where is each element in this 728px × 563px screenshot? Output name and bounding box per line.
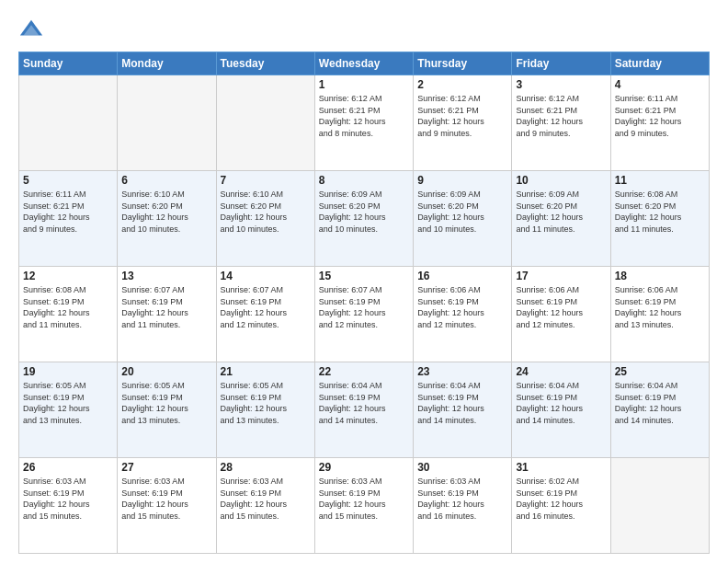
day-info: Sunrise: 6:04 AM Sunset: 6:19 PM Dayligh…: [319, 380, 409, 426]
day-number: 26: [23, 461, 113, 474]
calendar-day: 26Sunrise: 6:03 AM Sunset: 6:19 PM Dayli…: [19, 458, 118, 554]
calendar-day: 1Sunrise: 6:12 AM Sunset: 6:21 PM Daylig…: [314, 75, 413, 171]
calendar-day: 24Sunrise: 6:04 AM Sunset: 6:19 PM Dayli…: [512, 362, 610, 458]
calendar-week-5: 26Sunrise: 6:03 AM Sunset: 6:19 PM Dayli…: [19, 458, 710, 554]
calendar-day: [610, 458, 709, 554]
weekday-header-saturday: Saturday: [610, 52, 709, 75]
calendar-week-3: 12Sunrise: 6:08 AM Sunset: 6:19 PM Dayli…: [19, 267, 710, 362]
day-info: Sunrise: 6:12 AM Sunset: 6:21 PM Dayligh…: [417, 93, 507, 139]
calendar-day: 17Sunrise: 6:06 AM Sunset: 6:19 PM Dayli…: [512, 267, 610, 362]
calendar-day: 9Sunrise: 6:09 AM Sunset: 6:20 PM Daylig…: [414, 171, 512, 267]
calendar-day: [216, 75, 314, 171]
day-info: Sunrise: 6:06 AM Sunset: 6:19 PM Dayligh…: [417, 284, 507, 330]
weekday-header-wednesday: Wednesday: [314, 52, 413, 75]
weekday-header-monday: Monday: [118, 52, 216, 75]
calendar-day: 14Sunrise: 6:07 AM Sunset: 6:19 PM Dayli…: [216, 267, 314, 362]
day-number: 29: [319, 461, 409, 474]
calendar-week-2: 5Sunrise: 6:11 AM Sunset: 6:21 PM Daylig…: [19, 171, 710, 267]
day-number: 30: [417, 461, 507, 474]
calendar-day: 18Sunrise: 6:06 AM Sunset: 6:19 PM Dayli…: [610, 267, 709, 362]
calendar-day: 2Sunrise: 6:12 AM Sunset: 6:21 PM Daylig…: [414, 75, 512, 171]
day-info: Sunrise: 6:11 AM Sunset: 6:21 PM Dayligh…: [615, 93, 705, 139]
page-header: [18, 17, 710, 42]
day-info: Sunrise: 6:05 AM Sunset: 6:19 PM Dayligh…: [221, 380, 311, 426]
day-number: 19: [23, 365, 113, 378]
calendar-body: 1Sunrise: 6:12 AM Sunset: 6:21 PM Daylig…: [19, 75, 710, 554]
calendar-week-1: 1Sunrise: 6:12 AM Sunset: 6:21 PM Daylig…: [19, 75, 710, 171]
day-info: Sunrise: 6:07 AM Sunset: 6:19 PM Dayligh…: [221, 284, 311, 330]
calendar-day: 12Sunrise: 6:08 AM Sunset: 6:19 PM Dayli…: [19, 267, 118, 362]
day-number: 14: [221, 270, 311, 282]
calendar-day: 31Sunrise: 6:02 AM Sunset: 6:19 PM Dayli…: [512, 458, 610, 554]
day-info: Sunrise: 6:08 AM Sunset: 6:19 PM Dayligh…: [23, 284, 113, 330]
calendar-day: 20Sunrise: 6:05 AM Sunset: 6:19 PM Dayli…: [118, 362, 216, 458]
calendar-day: 10Sunrise: 6:09 AM Sunset: 6:20 PM Dayli…: [512, 171, 610, 267]
day-number: 22: [319, 365, 409, 378]
weekday-header-friday: Friday: [512, 52, 610, 75]
weekday-header-sunday: Sunday: [19, 52, 118, 75]
calendar-day: 29Sunrise: 6:03 AM Sunset: 6:19 PM Dayli…: [314, 458, 413, 554]
day-info: Sunrise: 6:12 AM Sunset: 6:21 PM Dayligh…: [516, 93, 606, 139]
calendar-day: 13Sunrise: 6:07 AM Sunset: 6:19 PM Dayli…: [118, 267, 216, 362]
day-number: 21: [221, 365, 311, 378]
calendar-day: 6Sunrise: 6:10 AM Sunset: 6:20 PM Daylig…: [118, 171, 216, 267]
day-info: Sunrise: 6:05 AM Sunset: 6:19 PM Dayligh…: [121, 380, 211, 426]
calendar-day: [19, 75, 118, 171]
calendar-day: 16Sunrise: 6:06 AM Sunset: 6:19 PM Dayli…: [414, 267, 512, 362]
day-number: 6: [121, 174, 211, 187]
day-number: 17: [516, 270, 606, 282]
calendar-day: 5Sunrise: 6:11 AM Sunset: 6:21 PM Daylig…: [19, 171, 118, 267]
day-number: 7: [221, 174, 311, 187]
day-info: Sunrise: 6:11 AM Sunset: 6:21 PM Dayligh…: [23, 189, 113, 235]
calendar-day: 11Sunrise: 6:08 AM Sunset: 6:20 PM Dayli…: [610, 171, 709, 267]
calendar-week-4: 19Sunrise: 6:05 AM Sunset: 6:19 PM Dayli…: [19, 362, 710, 458]
day-number: 18: [615, 270, 705, 282]
calendar-day: 4Sunrise: 6:11 AM Sunset: 6:21 PM Daylig…: [610, 75, 709, 171]
day-info: Sunrise: 6:03 AM Sunset: 6:19 PM Dayligh…: [221, 476, 311, 522]
calendar-day: 27Sunrise: 6:03 AM Sunset: 6:19 PM Dayli…: [118, 458, 216, 554]
day-info: Sunrise: 6:10 AM Sunset: 6:20 PM Dayligh…: [221, 189, 311, 235]
calendar: SundayMondayTuesdayWednesdayThursdayFrid…: [18, 52, 710, 554]
day-number: 28: [221, 461, 311, 474]
calendar-day: 28Sunrise: 6:03 AM Sunset: 6:19 PM Dayli…: [216, 458, 314, 554]
day-number: 20: [121, 365, 211, 378]
calendar-day: 30Sunrise: 6:03 AM Sunset: 6:19 PM Dayli…: [414, 458, 512, 554]
day-info: Sunrise: 6:03 AM Sunset: 6:19 PM Dayligh…: [23, 476, 113, 522]
day-info: Sunrise: 6:05 AM Sunset: 6:19 PM Dayligh…: [23, 380, 113, 426]
day-info: Sunrise: 6:03 AM Sunset: 6:19 PM Dayligh…: [121, 476, 211, 522]
day-number: 31: [516, 461, 606, 474]
day-info: Sunrise: 6:09 AM Sunset: 6:20 PM Dayligh…: [319, 189, 409, 235]
day-number: 25: [615, 365, 705, 378]
calendar-day: 3Sunrise: 6:12 AM Sunset: 6:21 PM Daylig…: [512, 75, 610, 171]
day-number: 9: [417, 174, 507, 187]
day-number: 3: [516, 78, 606, 91]
day-info: Sunrise: 6:04 AM Sunset: 6:19 PM Dayligh…: [417, 380, 507, 426]
day-info: Sunrise: 6:09 AM Sunset: 6:20 PM Dayligh…: [417, 189, 507, 235]
weekday-header-thursday: Thursday: [414, 52, 512, 75]
day-number: 11: [615, 174, 705, 187]
day-number: 10: [516, 174, 606, 187]
day-number: 1: [319, 78, 409, 91]
day-info: Sunrise: 6:12 AM Sunset: 6:21 PM Dayligh…: [319, 93, 409, 139]
weekday-header-tuesday: Tuesday: [216, 52, 314, 75]
calendar-header-row: SundayMondayTuesdayWednesdayThursdayFrid…: [19, 52, 710, 75]
day-info: Sunrise: 6:03 AM Sunset: 6:19 PM Dayligh…: [319, 476, 409, 522]
day-info: Sunrise: 6:04 AM Sunset: 6:19 PM Dayligh…: [615, 380, 705, 426]
day-number: 12: [23, 270, 113, 282]
day-info: Sunrise: 6:07 AM Sunset: 6:19 PM Dayligh…: [121, 284, 211, 330]
day-info: Sunrise: 6:09 AM Sunset: 6:20 PM Dayligh…: [516, 189, 606, 235]
day-info: Sunrise: 6:02 AM Sunset: 6:19 PM Dayligh…: [516, 476, 606, 522]
day-number: 24: [516, 365, 606, 378]
calendar-day: 25Sunrise: 6:04 AM Sunset: 6:19 PM Dayli…: [610, 362, 709, 458]
day-info: Sunrise: 6:06 AM Sunset: 6:19 PM Dayligh…: [615, 284, 705, 330]
calendar-day: [118, 75, 216, 171]
calendar-day: 23Sunrise: 6:04 AM Sunset: 6:19 PM Dayli…: [414, 362, 512, 458]
day-number: 5: [23, 174, 113, 187]
day-info: Sunrise: 6:10 AM Sunset: 6:20 PM Dayligh…: [121, 189, 211, 235]
day-info: Sunrise: 6:08 AM Sunset: 6:20 PM Dayligh…: [615, 189, 705, 235]
calendar-day: 21Sunrise: 6:05 AM Sunset: 6:19 PM Dayli…: [216, 362, 314, 458]
day-info: Sunrise: 6:03 AM Sunset: 6:19 PM Dayligh…: [417, 476, 507, 522]
calendar-day: 15Sunrise: 6:07 AM Sunset: 6:19 PM Dayli…: [314, 267, 413, 362]
logo: [18, 17, 48, 42]
calendar-day: 19Sunrise: 6:05 AM Sunset: 6:19 PM Dayli…: [19, 362, 118, 458]
